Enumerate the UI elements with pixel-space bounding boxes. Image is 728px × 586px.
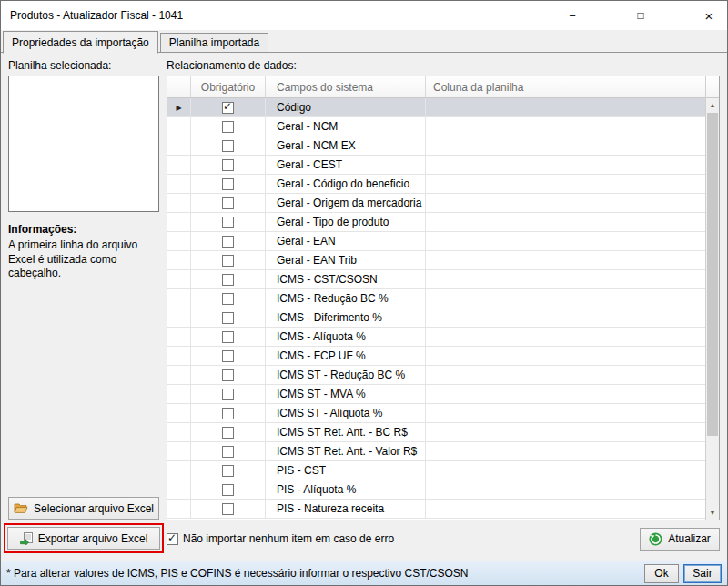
row-column-cell[interactable] (426, 328, 705, 346)
row-column-cell[interactable] (426, 347, 705, 365)
row-column-cell[interactable] (426, 270, 705, 288)
table-row[interactable]: Geral - NCM EX (167, 136, 705, 156)
row-required-checkbox[interactable] (222, 369, 234, 381)
sair-button[interactable]: Sair (683, 564, 722, 583)
table-row[interactable]: Geral - Código do beneficio (167, 175, 705, 194)
table-row[interactable]: ICMS ST - Alíquota % (167, 404, 705, 423)
table-row[interactable]: ICMS - Diferimento % (167, 308, 705, 328)
row-column-cell[interactable] (426, 156, 705, 174)
row-required-cell[interactable] (191, 461, 266, 480)
row-required-checkbox[interactable] (222, 178, 234, 190)
table-row[interactable]: ICMS - FCP UF % (167, 347, 705, 366)
row-required-checkbox[interactable] (222, 484, 234, 496)
ok-button[interactable]: Ok (644, 564, 679, 583)
table-row[interactable]: Geral - CEST (167, 156, 705, 175)
row-required-cell[interactable] (191, 500, 266, 518)
exportar-arquivo-excel-button[interactable]: Exportar arquivo Excel (7, 527, 160, 550)
row-required-cell[interactable] (191, 423, 266, 441)
close-button[interactable]: × (694, 1, 723, 30)
table-row[interactable]: PIS - Natureza receita (167, 500, 705, 519)
row-required-checkbox[interactable] (222, 503, 234, 515)
row-column-cell[interactable] (426, 117, 705, 136)
row-required-cell[interactable] (191, 232, 266, 250)
row-required-cell[interactable] (191, 270, 266, 288)
tab-planilha-importada[interactable]: Planilha importada (160, 33, 268, 53)
row-required-cell[interactable] (191, 175, 266, 193)
row-required-checkbox[interactable] (222, 121, 234, 133)
maximize-button[interactable]: □ (626, 1, 655, 30)
row-column-cell[interactable] (426, 289, 705, 308)
row-required-cell[interactable] (191, 308, 266, 327)
row-required-checkbox[interactable] (222, 389, 234, 400)
row-required-checkbox[interactable] (222, 465, 234, 477)
row-required-checkbox[interactable] (222, 236, 234, 248)
row-required-checkbox[interactable] (222, 446, 234, 458)
table-row[interactable]: ICMS - Redução BC % (167, 289, 705, 308)
row-column-cell[interactable] (426, 232, 705, 250)
row-column-cell[interactable] (426, 98, 705, 116)
row-required-checkbox[interactable] (222, 274, 234, 286)
skip-errors-option[interactable]: Não importar nenhum item em caso de erro (167, 532, 394, 545)
row-required-checkbox[interactable] (222, 217, 234, 228)
row-column-cell[interactable] (426, 385, 705, 403)
row-required-checkbox[interactable] (222, 255, 234, 267)
row-required-checkbox[interactable] (222, 102, 234, 114)
row-required-checkbox[interactable] (222, 197, 234, 209)
table-row[interactable]: ICMS ST - Redução BC % (167, 366, 705, 385)
row-required-cell[interactable] (191, 404, 266, 422)
row-required-cell[interactable] (191, 289, 266, 308)
row-column-cell[interactable] (426, 194, 705, 212)
selecionar-arquivo-excel-button[interactable]: Selecionar arquivo Excel (8, 497, 159, 520)
row-required-cell[interactable] (191, 136, 266, 155)
row-column-cell[interactable] (426, 175, 705, 193)
table-row[interactable]: Geral - Origem da mercadoria (167, 194, 705, 213)
scrollbar-track[interactable] (706, 112, 719, 506)
row-column-cell[interactable] (426, 308, 705, 327)
row-required-checkbox[interactable] (222, 293, 234, 305)
row-required-checkbox[interactable] (222, 159, 234, 171)
grid-scrollbar[interactable]: ▲ ▼ (705, 76, 719, 520)
row-required-cell[interactable] (191, 251, 266, 269)
row-required-checkbox[interactable] (222, 140, 234, 152)
atualizar-button[interactable]: Atualizar (640, 528, 720, 551)
row-required-checkbox[interactable] (222, 312, 234, 324)
table-row[interactable]: PIS - Alíquota % (167, 480, 705, 500)
skip-errors-checkbox[interactable] (167, 533, 178, 545)
table-row[interactable]: ICMS - CST/CSOSN (167, 270, 705, 289)
tab-propriedades-da-importacao[interactable]: Propriedades da importação (3, 31, 158, 54)
row-column-cell[interactable] (426, 442, 705, 460)
row-required-cell[interactable] (191, 98, 266, 116)
scrollbar-thumb[interactable] (707, 113, 718, 436)
row-column-cell[interactable] (426, 423, 705, 441)
column-header-coluna-da-planilha[interactable]: Coluna da planilha (426, 76, 705, 97)
row-required-cell[interactable] (191, 366, 266, 384)
row-column-cell[interactable] (426, 461, 705, 480)
row-required-cell[interactable] (191, 117, 266, 136)
row-column-cell[interactable] (426, 500, 705, 518)
row-required-cell[interactable] (191, 480, 266, 499)
table-row[interactable]: Geral - NCM (167, 117, 705, 136)
row-column-cell[interactable] (426, 251, 705, 269)
row-column-cell[interactable] (426, 213, 705, 231)
table-row[interactable]: Geral - EAN (167, 232, 705, 251)
row-required-cell[interactable] (191, 347, 266, 365)
column-header-obrigatorio[interactable]: Obrigatório (191, 76, 266, 97)
row-column-cell[interactable] (426, 404, 705, 422)
table-row[interactable]: Geral - Tipo de produto (167, 213, 705, 232)
row-required-checkbox[interactable] (222, 427, 234, 439)
row-required-cell[interactable] (191, 194, 266, 212)
scroll-down-icon[interactable]: ▼ (706, 506, 719, 520)
row-column-cell[interactable] (426, 136, 705, 155)
table-row[interactable]: ICMS ST Ret. Ant. - Valor R$ (167, 442, 705, 461)
row-required-cell[interactable] (191, 213, 266, 231)
row-required-cell[interactable] (191, 328, 266, 346)
table-row[interactable]: Geral - EAN Trib (167, 251, 705, 270)
row-required-checkbox[interactable] (222, 408, 234, 419)
row-required-checkbox[interactable] (222, 331, 234, 343)
row-column-cell[interactable] (426, 366, 705, 384)
row-required-cell[interactable] (191, 442, 266, 460)
scroll-up-icon[interactable]: ▲ (706, 98, 719, 112)
table-row[interactable]: ▶ Código (167, 98, 705, 117)
minimize-button[interactable]: − (558, 1, 587, 30)
table-row[interactable]: ICMS ST - MVA % (167, 385, 705, 404)
